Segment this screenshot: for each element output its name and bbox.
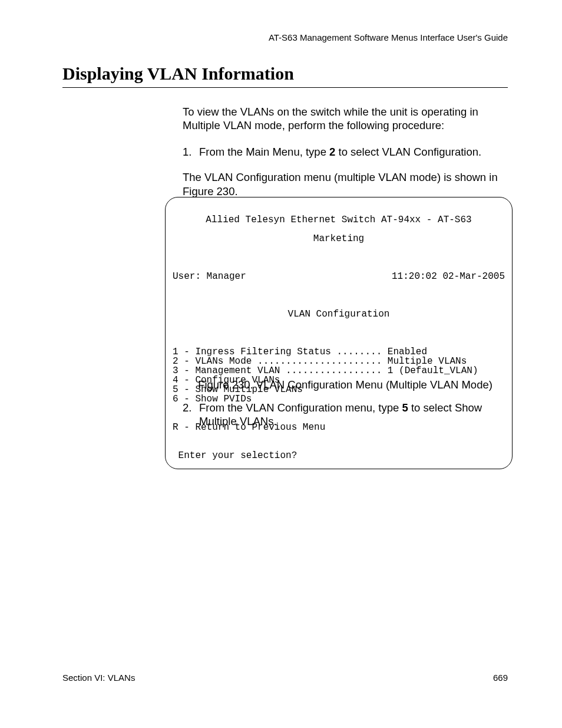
terminal-user: User: Manager xyxy=(173,272,246,281)
step-1-number: 1. xyxy=(183,145,199,159)
step-2-text: From the VLAN Configuration menu, type 5… xyxy=(199,401,508,428)
step-1-text: From the Main Menu, type 2 to select VLA… xyxy=(199,145,508,159)
footer-section: Section VI: VLANs xyxy=(62,673,135,683)
intro-paragraph: To view the VLANs on the switch while th… xyxy=(183,105,508,132)
step-1-sub: The VLAN Configuration menu (multiple VL… xyxy=(183,170,508,197)
page: AT-S63 Management Software Menus Interfa… xyxy=(0,0,562,728)
step-1-pre: From the Main Menu, type xyxy=(199,146,329,158)
running-header: AT-S63 Management Software Menus Interfa… xyxy=(269,32,508,42)
step-2-pre: From the VLAN Configuration menu, type xyxy=(199,401,402,414)
terminal-header-1: Allied Telesyn Ethernet Switch AT-94xx -… xyxy=(173,215,505,225)
terminal-user-row: User: Manager11:20:02 02-Mar-2005 xyxy=(173,272,505,281)
terminal-datetime: 11:20:02 02-Mar-2005 xyxy=(392,272,505,281)
title-block: Displaying VLAN Information xyxy=(62,64,508,88)
step-1: 1. From the Main Menu, type 2 to select … xyxy=(183,145,508,159)
step-2-bold: 5 xyxy=(402,401,408,414)
body-block-1: To view the VLANs on the switch while th… xyxy=(183,105,508,211)
step-2: 2. From the VLAN Configuration menu, typ… xyxy=(183,401,508,428)
section-title: Displaying VLAN Information xyxy=(62,64,508,84)
figure-caption: Figure 230. VLAN Configuration Menu (Mul… xyxy=(183,378,508,391)
terminal-prompt: Enter your selection? xyxy=(173,450,297,461)
terminal-menu-title: VLAN Configuration xyxy=(173,309,505,319)
terminal-header-2: Marketing xyxy=(173,234,505,243)
step-1-post: to select VLAN Configuration. xyxy=(335,146,481,158)
body-block-2: 2. From the VLAN Configuration menu, typ… xyxy=(183,401,508,440)
step-1-bold: 2 xyxy=(329,146,335,158)
step-2-number: 2. xyxy=(183,401,199,428)
footer-page-number: 669 xyxy=(493,673,508,683)
title-rule xyxy=(62,87,508,88)
